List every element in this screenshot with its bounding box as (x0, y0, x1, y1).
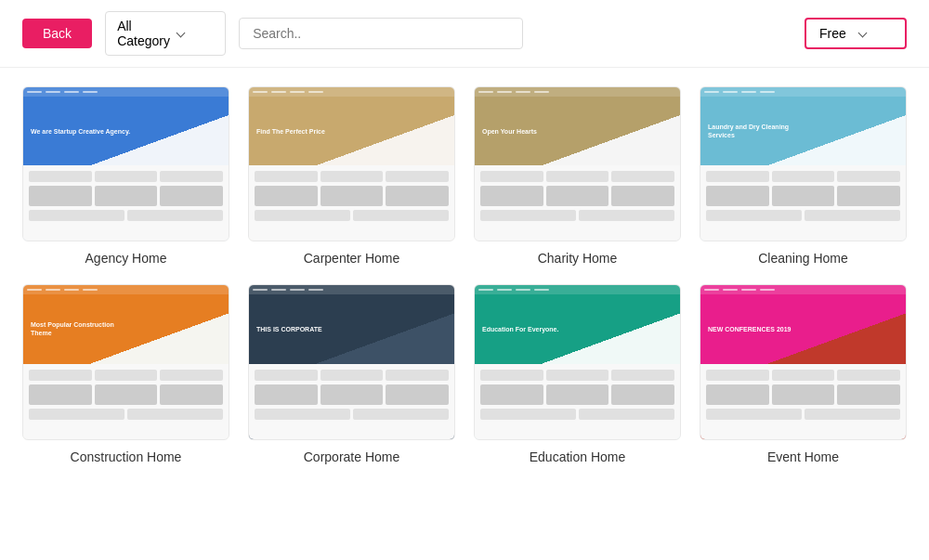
chevron-down-icon-free (859, 29, 892, 38)
template-card-corporate-home[interactable]: THIS IS CORPORATE Corporate Ho (248, 284, 455, 463)
preview-row (29, 384, 223, 405)
preview-hero: Find The Perfect Price (249, 97, 454, 165)
preview-image-block (386, 384, 449, 405)
preview-block (160, 370, 223, 381)
preview-image-block (706, 384, 769, 405)
preview-image-block (29, 384, 92, 405)
preview-block (837, 171, 900, 182)
template-card-carpenter-home[interactable]: Find The Perfect Price Carpent (248, 86, 455, 266)
preview-block (611, 171, 674, 182)
preview-block (546, 171, 609, 182)
preview-body (249, 165, 454, 241)
preview-image-block (611, 186, 674, 206)
preview-image-block (386, 186, 449, 206)
nav-dot (83, 289, 98, 291)
preview-block (29, 171, 92, 182)
preview-body (23, 165, 229, 241)
preview-inner: Open Your Hearts (475, 87, 680, 241)
preview-image-block (837, 384, 900, 405)
preview-row (706, 210, 900, 221)
preview-hero: THIS IS CORPORATE (249, 294, 454, 363)
preview-hero: Open Your Hearts (475, 97, 680, 165)
nav-dot (271, 289, 286, 291)
preview-inner: Find The Perfect Price (249, 87, 454, 241)
preview-block (255, 409, 350, 420)
preview-nav (700, 285, 906, 294)
template-card-education-home[interactable]: Education For Everyone. Educat (474, 284, 681, 463)
preview-inner: Laundry and Dry Cleaning Services (700, 87, 906, 241)
preview-block (353, 210, 449, 221)
preview-row (255, 409, 449, 420)
preview-row (480, 186, 674, 206)
template-card-agency-home[interactable]: We are Startup Creative Agency. (22, 86, 229, 266)
preview-row (29, 210, 223, 221)
template-card-charity-home[interactable]: Open Your Hearts Charity Home (474, 86, 681, 266)
preview-row (29, 409, 223, 420)
nav-dot (27, 91, 42, 93)
preview-image-block (480, 186, 543, 206)
nav-dot (723, 289, 738, 291)
preview-image-block (546, 384, 609, 405)
preview-hero-text: Most Popular Construction Theme (31, 320, 136, 337)
template-label-construction-home: Construction Home (22, 449, 229, 464)
preview-body (475, 165, 680, 241)
nav-dot (83, 91, 98, 93)
preview-image-block (480, 384, 543, 405)
preview-block (480, 409, 576, 420)
preview-block (95, 171, 158, 182)
preview-nav (700, 87, 906, 97)
preview-block (160, 171, 223, 182)
preview-row (706, 186, 900, 206)
preview-nav (23, 285, 229, 294)
template-label-charity-home: Charity Home (474, 251, 681, 266)
template-card-construction-home[interactable]: Most Popular Construction Theme (22, 284, 229, 463)
category-dropdown[interactable]: All Category (105, 11, 226, 56)
nav-dot (478, 91, 493, 93)
preview-image-block (160, 384, 223, 405)
preview-row (480, 171, 674, 182)
preview-row (255, 210, 449, 221)
preview-hero-text: Find The Perfect Price (256, 127, 325, 136)
preview-hero-text: NEW CONFERENCES 2019 (708, 325, 791, 333)
template-card-event-home[interactable]: NEW CONFERENCES 2019 Event Hom (700, 284, 907, 463)
preview-block (127, 210, 223, 221)
preview-image-block (255, 186, 318, 206)
nav-dot (290, 289, 305, 291)
preview-nav (475, 285, 680, 294)
back-button[interactable]: Back (22, 19, 92, 48)
preview-block (353, 409, 449, 420)
template-preview-charity-home: Open Your Hearts (474, 86, 681, 241)
nav-dot (516, 91, 530, 93)
nav-dot (64, 289, 79, 291)
preview-inner: THIS IS CORPORATE (249, 285, 454, 438)
template-card-cleaning-home[interactable]: Laundry and Dry Cleaning Services (700, 86, 907, 266)
preview-body (700, 364, 906, 439)
nav-dot (741, 289, 756, 291)
nav-dot (46, 91, 60, 93)
category-label: All Category (117, 19, 170, 48)
preview-image-block (611, 384, 674, 405)
search-input[interactable] (239, 18, 522, 49)
preview-block (321, 171, 384, 182)
templates-grid: We are Startup Creative Agency. (0, 68, 929, 483)
preview-image-block (160, 186, 223, 206)
nav-dot (253, 91, 268, 93)
preview-hero: We are Startup Creative Agency. (23, 97, 229, 165)
preview-row (480, 210, 674, 221)
template-preview-education-home: Education For Everyone. (474, 284, 681, 439)
preview-block (255, 370, 318, 381)
preview-row (255, 186, 449, 206)
preview-body (475, 364, 680, 439)
template-label-carpenter-home: Carpenter Home (248, 251, 455, 266)
preview-nav (249, 87, 454, 97)
preview-hero-text: Education For Everyone. (482, 325, 558, 333)
preview-block (772, 171, 835, 182)
preview-block (386, 171, 449, 182)
template-preview-cleaning-home: Laundry and Dry Cleaning Services (700, 86, 907, 241)
preview-image-block (837, 186, 900, 206)
nav-dot (497, 289, 512, 291)
nav-dot (704, 289, 719, 291)
free-dropdown[interactable]: Free (805, 18, 907, 49)
preview-image-block (95, 384, 158, 405)
nav-dot (64, 91, 79, 93)
